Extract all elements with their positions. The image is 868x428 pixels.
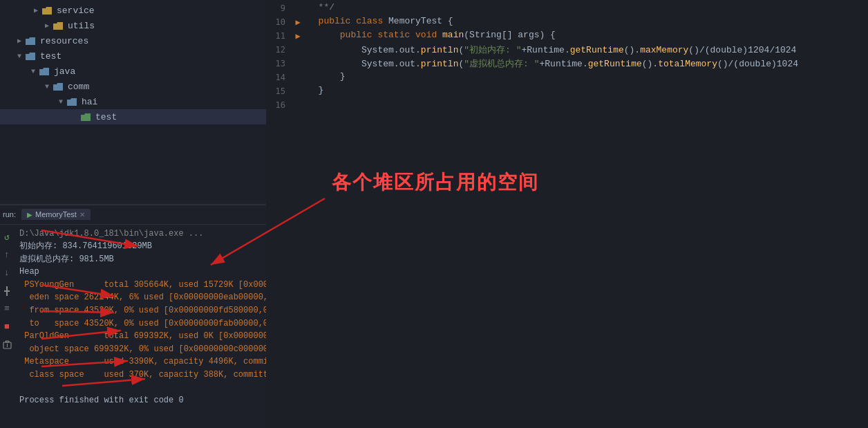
tree-arrow: ▼ [14, 53, 25, 60]
tree-item-resources[interactable]: ▶ resources [0, 33, 266, 48]
memory-test-tab[interactable]: ▶ MemoryTest ✕ [21, 209, 91, 220]
svg-rect-0 [6, 286, 8, 290]
console-line-eden: eden space 262144K, 6% used [0x00000000e… [19, 291, 263, 304]
console-toolbar: ↺ ↑ ↓ ≡ ■ [0, 227, 14, 426]
close-icon[interactable]: ✕ [79, 211, 85, 218]
tree-label: utils [68, 21, 95, 31]
code-line-16: 16 [266, 98, 868, 112]
tree-item-java[interactable]: ▼ java [0, 64, 266, 79]
console-line-class: class space used 370K, capacity 388K, co… [19, 369, 263, 382]
console-output: D:\Java\jdk1.8.0_181\bin\java.exe ... 初始… [19, 227, 266, 426]
tree-item-test-sub[interactable]: test [0, 109, 266, 124]
code-editor: 9 **/ 10 ▶ public class MemoryTest { 11 … [266, 0, 868, 428]
folder-icon [80, 112, 93, 122]
tab-icon: ▶ [27, 211, 32, 218]
up-button[interactable]: ↑ [0, 248, 14, 262]
console-line-psyoung: PSYoungGen total 305664K, used 15729K [0… [19, 279, 263, 292]
trash-button[interactable] [0, 338, 14, 352]
svg-rect-2 [6, 341, 9, 342]
console-cmd-line: D:\Java\jdk1.8.0_181\bin\java.exe ... [19, 227, 263, 241]
code-line-9: 9 **/ [266, 1, 868, 15]
folder-icon [41, 6, 54, 15]
folder-icon [25, 36, 37, 46]
tree-label: test [95, 112, 117, 122]
tree-label: service [57, 6, 95, 16]
down-button[interactable]: ↓ [0, 266, 14, 280]
tree-label: comm [68, 82, 89, 92]
pin-button[interactable] [0, 284, 14, 298]
tree-label: resources [40, 36, 88, 46]
tree-item-comm[interactable]: ▼ comm [0, 79, 266, 94]
console-line-parold: ParOldGen total 699392K, used 0K [0x0000… [19, 330, 263, 343]
tree-item-test[interactable]: ▼ test [0, 48, 266, 64]
folder-icon [53, 82, 65, 91]
console-line-exit: Process finished with exit code 0 [19, 394, 263, 407]
tree-arrow: ▼ [28, 68, 39, 75]
tree-label: java [54, 66, 75, 77]
stop-button[interactable]: ■ [0, 320, 14, 334]
code-line-11: 11 ▶ public static void main(String[] ar… [266, 29, 868, 43]
folder-icon [66, 97, 79, 106]
folder-icon [53, 21, 65, 30]
code-line-15: 15 } [266, 84, 868, 98]
console-line-heap: Heap [19, 266, 263, 279]
tree-item-hai[interactable]: ▼ hai [0, 94, 266, 109]
folder-icon [25, 51, 37, 61]
console-line-total-mem: 虚拟机总内存: 981.5MB [19, 253, 263, 266]
tree-item-service[interactable]: ▶ service [0, 3, 266, 18]
code-line-10: 10 ▶ public class MemoryTest { [266, 15, 868, 29]
console-line-meta: Metaspace used 3390K, capacity 4496K, co… [19, 355, 263, 369]
console-line-from: from space 43520K, 0% used [0x00000000fd… [19, 304, 263, 317]
tree-arrow: ▶ [30, 6, 41, 15]
rerun-button[interactable]: ↺ [0, 230, 14, 244]
console-line-to: to space 43520K, 0% used [0x00000000fab0… [19, 317, 263, 331]
code-line-14: 14 } [266, 71, 868, 84]
console-line-object: object space 699392K, 0% used [0x0000000… [19, 343, 263, 356]
tab-label: MemoryTest [35, 210, 77, 218]
tree-arrow: ▼ [41, 83, 53, 91]
run-tab-bar: run: ▶ MemoryTest ✕ [0, 205, 266, 225]
tree-label: test [40, 51, 62, 62]
file-tree: ▶ service ▶ utils ▶ [0, 0, 266, 204]
tree-label: hai [82, 97, 97, 107]
wrap-button[interactable]: ≡ [0, 302, 14, 316]
code-line-13: 13 System.out.println("虚拟机总内存: "+Runtime… [266, 57, 868, 71]
tree-arrow: ▼ [55, 98, 66, 106]
tree-arrow: ▶ [14, 37, 25, 45]
run-label: run: [3, 210, 16, 218]
tree-arrow: ▶ [41, 21, 53, 30]
folder-icon [39, 66, 51, 76]
console-line-blank [19, 382, 263, 395]
tree-item-utils[interactable]: ▶ utils [0, 18, 266, 33]
console-line-initial-mem: 初始内存: 834.764119601329MB [19, 240, 263, 253]
code-line-12: 12 System.out.println("初始内存: "+Runtime.g… [266, 43, 868, 57]
